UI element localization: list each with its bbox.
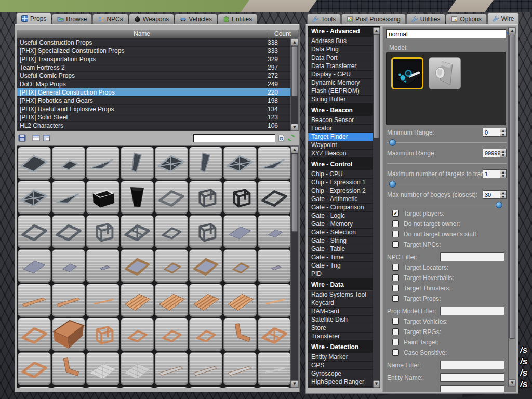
- tab-utilities[interactable]: Utilities: [406, 14, 446, 24]
- wire-tool-item[interactable]: Data Port: [308, 54, 373, 62]
- prop-tile[interactable]: [121, 352, 154, 385]
- prop-tile[interactable]: [121, 147, 154, 180]
- wire-tool-item[interactable]: Gate - String: [308, 237, 373, 245]
- table-view-icon[interactable]: [32, 134, 41, 142]
- prop-tile[interactable]: [155, 147, 188, 180]
- slider-track[interactable]: [387, 139, 507, 146]
- scroll-down-icon[interactable]: ▼: [291, 380, 298, 388]
- tab-entities[interactable]: Entities: [218, 14, 257, 24]
- wire-tool-item[interactable]: Display - GPU: [308, 71, 373, 79]
- tab-browse[interactable]: Browse: [52, 14, 92, 24]
- tab-props[interactable]: Props: [16, 12, 51, 24]
- number-input[interactable]: 0▲▼: [483, 128, 507, 137]
- prop-tile[interactable]: [52, 147, 85, 180]
- prop-tile[interactable]: [189, 284, 222, 317]
- table-row[interactable]: DoD: Map Props249: [17, 80, 290, 88]
- spinner[interactable]: ▲▼: [500, 170, 506, 178]
- prop-tile[interactable]: [86, 147, 119, 180]
- page-zoom-icon[interactable]: [277, 134, 286, 142]
- prop-tile[interactable]: [18, 387, 51, 388]
- prop-tile[interactable]: [189, 147, 222, 180]
- checkbox[interactable]: [392, 285, 399, 291]
- wire-tool-item[interactable]: PID: [308, 270, 373, 278]
- category-list-scrollbar[interactable]: ▲ ▼: [290, 38, 298, 131]
- wire-tool-item[interactable]: Chip - Expression 1: [308, 179, 373, 187]
- prop-tile[interactable]: [155, 215, 188, 248]
- wire-tool-item[interactable]: Gate - Trig: [308, 262, 373, 270]
- scrollbar-thumb[interactable]: [291, 46, 298, 96]
- wire-tool-item[interactable]: Store: [308, 324, 373, 332]
- prop-tile[interactable]: [18, 284, 51, 317]
- wire-tool-item[interactable]: Data Transferrer: [308, 62, 373, 71]
- table-row[interactable]: Useful Comic Props272: [17, 72, 290, 80]
- prop-tile[interactable]: [121, 249, 154, 283]
- table-row[interactable]: [PHX] Solid Steel123: [17, 113, 290, 122]
- prop-tile[interactable]: [155, 318, 188, 351]
- prop-tile[interactable]: [121, 387, 154, 388]
- text-field[interactable]: [440, 361, 504, 369]
- number-input[interactable]: 99999999▲▼: [483, 149, 507, 157]
- table-row[interactable]: HL2 Characters106: [17, 122, 290, 130]
- prop-tile[interactable]: [18, 249, 51, 283]
- prop-tile[interactable]: [223, 352, 257, 385]
- slider-knob[interactable]: [389, 181, 396, 188]
- prop-tile[interactable]: [155, 284, 188, 317]
- grid-scrollbar[interactable]: ▲ ▼: [290, 146, 298, 388]
- wire-tool-item[interactable]: Target Finder: [308, 133, 373, 141]
- wire-tool-item[interactable]: Gate - Time: [308, 254, 373, 262]
- scroll-down-icon[interactable]: ▼: [509, 379, 516, 387]
- prop-tile[interactable]: [52, 318, 85, 351]
- prop-tile[interactable]: [258, 249, 291, 283]
- scroll-down-icon[interactable]: ▼: [291, 124, 298, 131]
- prop-tile[interactable]: [18, 352, 51, 385]
- table-row[interactable]: [PHX] Useful and Explosive Props134: [17, 105, 290, 113]
- checkbox[interactable]: [392, 328, 399, 335]
- wire-tool-item[interactable]: Beacon Sensor: [308, 116, 373, 125]
- prop-tile[interactable]: [18, 147, 51, 180]
- prop-tile[interactable]: [258, 387, 291, 388]
- wire-tool-item[interactable]: RAM-card: [308, 308, 373, 316]
- prop-tile[interactable]: [86, 181, 119, 214]
- table-row[interactable]: Counter-Strike: ...98: [17, 130, 290, 131]
- wire-tool-item[interactable]: Data Plug: [308, 46, 373, 54]
- checkbox[interactable]: [392, 264, 399, 271]
- spinner[interactable]: ▲▼: [500, 149, 506, 157]
- scrollbar-thumb[interactable]: [374, 34, 379, 138]
- text-field[interactable]: [440, 307, 504, 315]
- prop-tile[interactable]: [258, 147, 291, 180]
- checkbox[interactable]: [392, 231, 399, 237]
- prop-tile[interactable]: [86, 215, 119, 248]
- prop-tile[interactable]: [189, 249, 222, 283]
- wire-tool-item[interactable]: Locator: [308, 125, 373, 133]
- tab-post-processing[interactable]: Post Processing: [341, 14, 406, 24]
- table-row[interactable]: [PHX] Robotics and Gears198: [17, 97, 290, 105]
- checkbox[interactable]: [392, 339, 399, 345]
- checkbox[interactable]: ✔: [392, 210, 399, 217]
- prop-tile[interactable]: [52, 215, 85, 248]
- wire-tool-item[interactable]: Chip - Expression 2: [308, 187, 373, 195]
- save-icon[interactable]: [18, 134, 26, 142]
- slider-track[interactable]: [387, 181, 507, 188]
- wire-tool-item[interactable]: XYZ Beacon: [308, 150, 373, 158]
- prop-tile[interactable]: [121, 181, 154, 214]
- prop-tile[interactable]: [52, 284, 85, 317]
- scroll-up-icon[interactable]: ▲: [291, 146, 298, 153]
- prop-tile[interactable]: [52, 352, 85, 385]
- wire-tool-item[interactable]: HighSpeed Ranger: [308, 378, 373, 387]
- prop-tile[interactable]: [18, 181, 51, 214]
- text-field[interactable]: [440, 252, 504, 261]
- wire-tool-item[interactable]: String Buffer: [308, 96, 373, 104]
- prop-tile[interactable]: [223, 181, 257, 214]
- prop-tile[interactable]: [258, 181, 291, 214]
- prop-tile[interactable]: [223, 147, 257, 180]
- wire-tool-item[interactable]: Gyroscope: [308, 370, 373, 378]
- prop-tile[interactable]: [258, 318, 291, 351]
- preset-dropdown[interactable]: normal: [386, 29, 506, 38]
- slider-knob[interactable]: [496, 202, 502, 208]
- slider-track[interactable]: [387, 202, 507, 208]
- slider-track[interactable]: [387, 160, 507, 167]
- tab-vehicles[interactable]: Vehicles: [175, 14, 217, 24]
- prop-tile[interactable]: [121, 284, 154, 317]
- text-field[interactable]: [440, 385, 504, 392]
- model-thumb-alt[interactable]: [429, 57, 461, 89]
